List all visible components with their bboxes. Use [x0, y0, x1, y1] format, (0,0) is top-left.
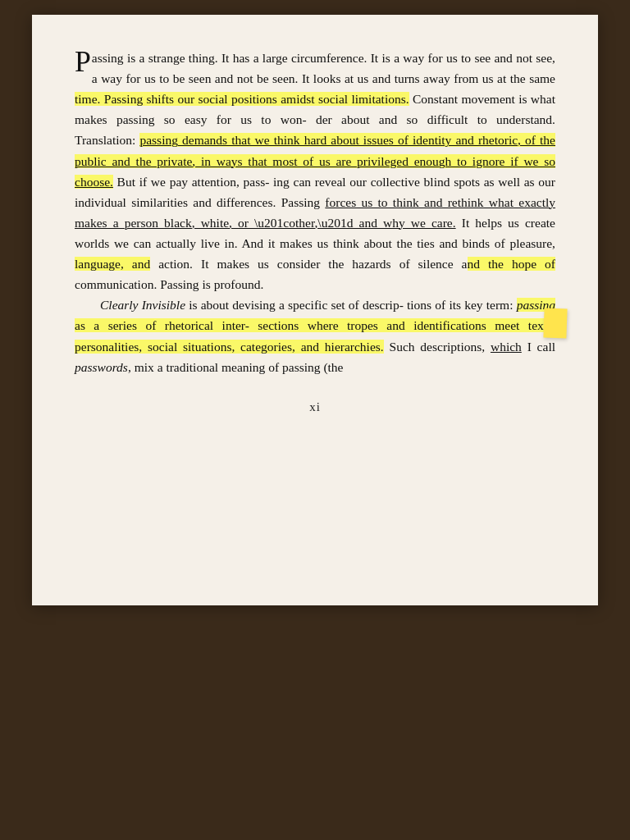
- highlight-4: nd the hope of: [468, 257, 556, 271]
- highlight-3: language, and: [75, 257, 150, 271]
- highlight-5: as a series of rhetorical inter- section…: [75, 318, 555, 353]
- underline-which: which: [491, 340, 522, 354]
- title-clearly-invisible: Clearly Invisible: [100, 298, 185, 312]
- paragraph-2: Clearly Invisible is about devising a sp…: [75, 294, 555, 377]
- drop-cap: P: [75, 51, 91, 74]
- underline-forces: forces us to think and rethink what exac…: [75, 195, 555, 230]
- page-number: xi: [75, 400, 555, 414]
- paragraph-1: Passing is a strange thing. It has a lar…: [75, 48, 555, 294]
- book-page: Passing is a strange thing. It has a lar…: [32, 15, 598, 605]
- sticky-note: [543, 308, 567, 339]
- book-content: Passing is a strange thing. It has a lar…: [75, 48, 555, 377]
- highlight-1: time. Passing shifts our social position…: [75, 92, 409, 106]
- passwords-italic: passwords: [75, 360, 128, 374]
- highlight-2: passing demands that we think hard about…: [75, 133, 555, 188]
